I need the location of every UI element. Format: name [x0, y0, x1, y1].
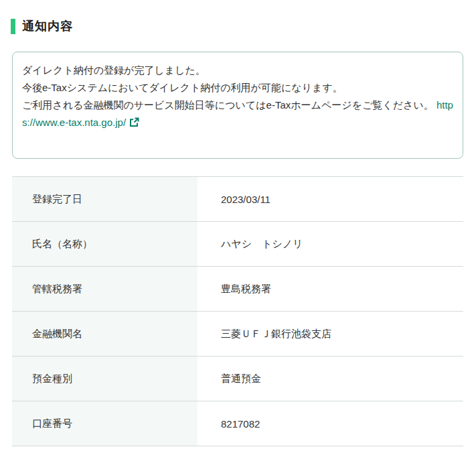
row-value: 豊島税務署: [197, 267, 463, 311]
table-row: 氏名（名称）ハヤシ トシノリ: [12, 222, 463, 267]
external-link-icon: [129, 115, 139, 133]
row-label: 金融機関名: [12, 312, 197, 356]
row-label: 氏名（名称）: [12, 222, 197, 266]
notice-line-2: 今後e-Taxシステムにおいてダイレクト納付の利用が可能になります。: [22, 82, 343, 93]
notice-box: ダイレクト納付の登録が完了しました。 今後e-Taxシステムにおいてダイレクト納…: [12, 52, 463, 159]
row-label: 登録完了日: [12, 177, 197, 221]
notice-paragraph: 今後e-Taxシステムにおいてダイレクト納付の利用が可能になります。 ご利用され…: [22, 79, 453, 133]
row-label: 口座番号: [12, 401, 197, 446]
page-title: 通知内容: [22, 18, 73, 34]
accent-bar: [11, 19, 15, 34]
notification-page: 通知内容 ダイレクト納付の登録が完了しました。 今後e-Taxシステムにおいてダ…: [0, 0, 476, 449]
section-header: 通知内容: [11, 18, 476, 34]
table-row: 登録完了日2023/03/11: [12, 177, 463, 222]
table-row: 管轄税務署豊島税務署: [12, 267, 463, 312]
row-value: 普通預金: [197, 357, 463, 401]
notice-line-3: ご利用される金融機関のサービス開始日等についてはe-Taxホームページをご覧くだ…: [22, 99, 434, 111]
table-row: 口座番号8217082: [12, 401, 463, 446]
row-value: 2023/03/11: [197, 177, 463, 221]
row-label: 管轄税務署: [12, 267, 197, 311]
row-value: 8217082: [197, 401, 463, 446]
registration-info-table: 登録完了日2023/03/11氏名（名称）ハヤシ トシノリ管轄税務署豊島税務署金…: [12, 176, 463, 446]
row-label: 預金種別: [12, 357, 197, 401]
notice-line-1: ダイレクト納付の登録が完了しました。: [22, 62, 453, 79]
table-row: 金融機関名三菱ＵＦＪ銀行池袋支店: [12, 312, 463, 357]
table-row: 預金種別普通預金: [12, 357, 463, 401]
row-value: 三菱ＵＦＪ銀行池袋支店: [197, 312, 463, 356]
row-value: ハヤシ トシノリ: [197, 222, 463, 266]
